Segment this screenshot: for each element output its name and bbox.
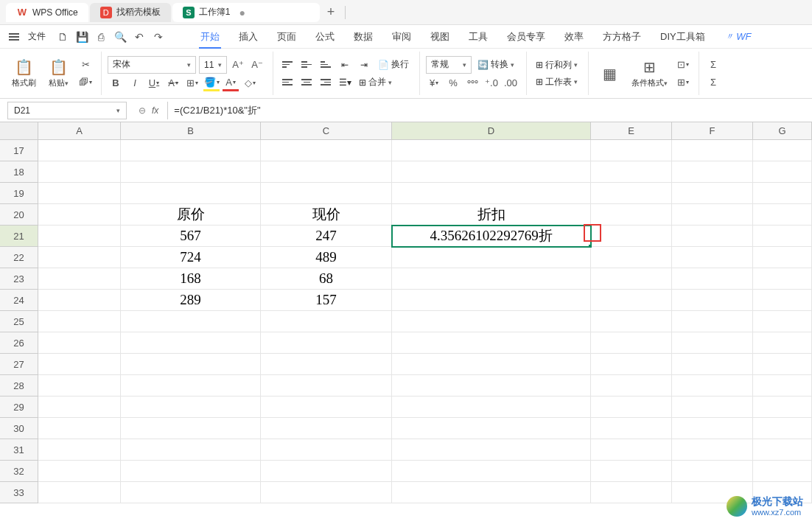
- cell[interactable]: [261, 418, 392, 439]
- fill-handle[interactable]: [588, 244, 591, 247]
- col-header-B[interactable]: B: [121, 122, 261, 140]
- cell[interactable]: [753, 332, 812, 354]
- tab-insert[interactable]: 插入: [237, 26, 259, 48]
- row-header[interactable]: 21: [0, 226, 38, 247]
- cell[interactable]: [392, 461, 591, 482]
- bold-button[interactable]: B: [108, 75, 124, 91]
- cell[interactable]: [753, 375, 812, 397]
- cell[interactable]: 567: [121, 226, 261, 247]
- cell[interactable]: [261, 354, 392, 375]
- cell[interactable]: [38, 226, 121, 247]
- cell[interactable]: [753, 140, 812, 161]
- fx-icon[interactable]: fx: [152, 105, 158, 116]
- cell[interactable]: [591, 332, 672, 354]
- cell[interactable]: [753, 183, 812, 204]
- freeze-icon[interactable]: ⊡▾: [675, 57, 691, 73]
- file-menu[interactable]: 文件: [28, 30, 46, 43]
- cell[interactable]: [591, 482, 672, 503]
- cell[interactable]: [38, 290, 121, 311]
- formula-input[interactable]: =(C21/B21)*10&"折": [167, 102, 812, 119]
- row-header[interactable]: 32: [0, 461, 38, 482]
- cell[interactable]: [261, 375, 392, 397]
- col-header-A[interactable]: A: [38, 122, 121, 140]
- cell[interactable]: [392, 354, 591, 375]
- cell[interactable]: [121, 482, 261, 503]
- cell[interactable]: 489: [261, 247, 392, 268]
- redo-icon[interactable]: ↷: [150, 29, 167, 45]
- cell[interactable]: [672, 290, 753, 311]
- col-header-D[interactable]: D: [392, 122, 591, 140]
- align-bottom-icon[interactable]: [318, 57, 334, 73]
- cell[interactable]: [392, 183, 591, 204]
- cell[interactable]: [672, 226, 753, 247]
- cell[interactable]: [392, 161, 591, 183]
- row-header[interactable]: 26: [0, 332, 38, 354]
- hamburger-icon[interactable]: [9, 32, 19, 42]
- cell[interactable]: [121, 461, 261, 482]
- cell[interactable]: [753, 311, 812, 332]
- cell[interactable]: 现价: [261, 204, 392, 226]
- row-header[interactable]: 19: [0, 183, 38, 204]
- cell[interactable]: [672, 354, 753, 375]
- tab-start[interactable]: 开始: [199, 26, 221, 48]
- cell[interactable]: [753, 161, 812, 183]
- cell[interactable]: [261, 161, 392, 183]
- cell[interactable]: [261, 397, 392, 418]
- cell[interactable]: [392, 290, 591, 311]
- cell[interactable]: [121, 183, 261, 204]
- decrease-font-icon[interactable]: A⁻: [249, 57, 265, 73]
- cell[interactable]: [261, 311, 392, 332]
- comma-icon[interactable]: ᵒᵒᵒ: [464, 75, 480, 91]
- row-header[interactable]: 20: [0, 204, 38, 226]
- row-header[interactable]: 28: [0, 375, 38, 397]
- tab-page[interactable]: 页面: [276, 26, 298, 48]
- cell[interactable]: [591, 161, 672, 183]
- rowcol-button[interactable]: ⊞行和列▾: [533, 57, 581, 73]
- cell[interactable]: [38, 397, 121, 418]
- tab-member[interactable]: 会员专享: [505, 26, 547, 48]
- format-painter-button[interactable]: 📋 格式刷: [9, 57, 39, 90]
- tab-efficiency[interactable]: 效率: [563, 26, 585, 48]
- cell[interactable]: [672, 461, 753, 482]
- cell[interactable]: [121, 354, 261, 375]
- cell[interactable]: [392, 482, 591, 503]
- cell[interactable]: [38, 140, 121, 161]
- cell[interactable]: 157: [261, 290, 392, 311]
- align-middle-icon[interactable]: [298, 57, 315, 73]
- cell[interactable]: [672, 161, 753, 183]
- font-size-select[interactable]: 11▾: [199, 56, 227, 74]
- cell[interactable]: [392, 439, 591, 461]
- print-icon[interactable]: ⎙: [93, 29, 109, 45]
- cell[interactable]: 289: [121, 290, 261, 311]
- row-header[interactable]: 33: [0, 482, 38, 503]
- col-header-F[interactable]: F: [672, 122, 753, 140]
- number-format-select[interactable]: 常规▾: [426, 56, 472, 74]
- cell[interactable]: [672, 332, 753, 354]
- cell[interactable]: [591, 290, 672, 311]
- cell[interactable]: [121, 418, 261, 439]
- align-left-icon[interactable]: [279, 74, 295, 91]
- distribute-icon[interactable]: ☰▾: [337, 74, 353, 91]
- cell[interactable]: [121, 140, 261, 161]
- row-header[interactable]: 27: [0, 354, 38, 375]
- wrap-text-button[interactable]: 📄换行: [375, 57, 412, 72]
- sum-icon[interactable]: Σ: [705, 57, 721, 73]
- row-header[interactable]: 30: [0, 418, 38, 439]
- underline-button[interactable]: U▾: [146, 75, 162, 91]
- col-header-C[interactable]: C: [261, 122, 392, 140]
- cond-format-button[interactable]: ⊞ 条件格式▾: [629, 57, 671, 90]
- increase-font-icon[interactable]: A⁺: [230, 57, 246, 73]
- cell[interactable]: [121, 397, 261, 418]
- cut-icon[interactable]: ✂: [77, 57, 94, 73]
- cell[interactable]: [38, 268, 121, 290]
- cell[interactable]: [753, 354, 812, 375]
- cell[interactable]: [261, 482, 392, 503]
- cell[interactable]: [672, 204, 753, 226]
- cell[interactable]: [672, 140, 753, 161]
- row-header[interactable]: 17: [0, 140, 38, 161]
- cell[interactable]: [121, 161, 261, 183]
- border-button[interactable]: ⊞▾: [184, 75, 200, 91]
- paste-button[interactable]: 📋 粘贴▾: [43, 57, 73, 90]
- row-header[interactable]: 22: [0, 247, 38, 268]
- cell[interactable]: [672, 397, 753, 418]
